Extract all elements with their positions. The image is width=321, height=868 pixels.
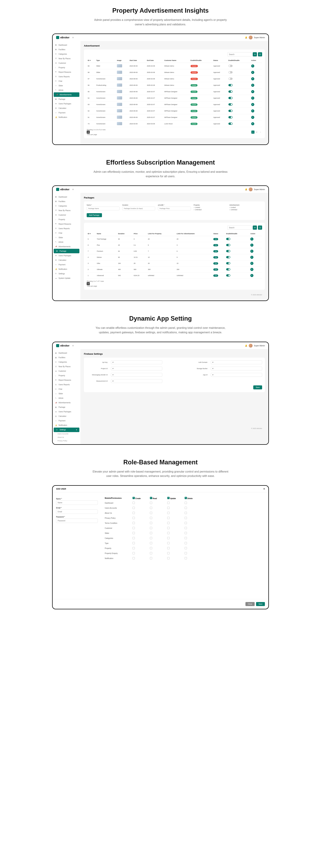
sidebar-item-slider[interactable]: ▭Slider: [53, 235, 81, 240]
toggle[interactable]: [228, 110, 233, 112]
toggle[interactable]: [228, 84, 233, 86]
columns-button[interactable]: ☰: [258, 52, 262, 56]
delete-checkbox[interactable]: [185, 532, 187, 534]
page-1[interactable]: 1: [251, 130, 255, 134]
sidebar-item-article[interactable]: ✎Article: [53, 88, 81, 92]
toggle[interactable]: [228, 116, 233, 118]
sidebar-sub-aboutus[interactable]: About Us: [53, 436, 81, 439]
email-input[interactable]: [56, 509, 98, 514]
create-all-checkbox[interactable]: [133, 497, 135, 499]
avatar[interactable]: [249, 187, 253, 191]
toggle[interactable]: [226, 274, 230, 277]
toggle[interactable]: [226, 262, 230, 265]
col-ladv[interactable]: Limit For Advertisement: [176, 231, 212, 236]
hamburger-icon[interactable]: ≡: [72, 188, 74, 191]
sidebar-item-calculator[interactable]: ▤Calculator: [53, 414, 81, 418]
col-ed[interactable]: Enable/Disable: [189, 58, 212, 63]
sidebar-item-article[interactable]: ✎Article: [53, 240, 81, 244]
name-input[interactable]: [56, 500, 98, 505]
edit-button[interactable]: ✎: [251, 122, 254, 125]
save-button[interactable]: Save: [256, 602, 265, 606]
delete-checkbox[interactable]: [185, 547, 187, 549]
sidebar-item-notification[interactable]: 🔔Notification: [53, 423, 81, 428]
sidebar-item-package[interactable]: ▣Package: [53, 97, 81, 101]
sidebar-item-reportr[interactable]: ⚑Report Reasons: [53, 70, 81, 74]
avatar[interactable]: [249, 36, 253, 39]
edit-button[interactable]: ✎: [251, 90, 254, 93]
update-checkbox[interactable]: [167, 522, 170, 524]
bell-icon[interactable]: 🔔: [245, 188, 247, 191]
col-status[interactable]: Status: [212, 58, 227, 63]
sidebar-item-customer[interactable]: ☻Customer: [53, 369, 81, 373]
sidebar-item-ads[interactable]: 📣Advertisements: [54, 92, 79, 97]
sidebar-item-property[interactable]: ⌂Property: [53, 65, 81, 70]
bell-icon[interactable]: 🔔: [245, 36, 247, 39]
toggle[interactable]: [228, 78, 233, 80]
sidebar-item-categories[interactable]: ☰Categories: [53, 360, 81, 364]
bell-icon[interactable]: 🔔: [245, 344, 247, 347]
update-checkbox[interactable]: [167, 537, 170, 539]
appid-input[interactable]: [211, 373, 262, 377]
refresh-button[interactable]: ⟳: [253, 225, 257, 230]
edit-button[interactable]: ✎: [250, 238, 254, 241]
read-all-checkbox[interactable]: [150, 497, 152, 499]
toggle[interactable]: [228, 97, 233, 99]
avatar[interactable]: [249, 344, 253, 347]
col-duration[interactable]: Duration: [117, 231, 133, 236]
read-checkbox[interactable]: [150, 512, 152, 514]
adv-unlimited-radio[interactable]: ○ Unlimited: [229, 209, 262, 211]
col-ed[interactable]: Enable/Disable: [225, 231, 250, 236]
delete-checkbox[interactable]: [185, 527, 187, 529]
save-button[interactable]: Save: [253, 385, 262, 390]
sidebar-item-categories[interactable]: ☰Categories: [53, 52, 81, 56]
sidebar-item-slider[interactable]: ▭Slider: [53, 392, 81, 396]
search-input[interactable]: [227, 225, 252, 230]
sidebar-item-settings[interactable]: ⚙Settings▾: [54, 428, 79, 432]
edit-button[interactable]: ✎: [251, 116, 254, 119]
sidebar-item-settings[interactable]: ⚙Settings: [53, 271, 81, 276]
update-checkbox[interactable]: [167, 507, 170, 509]
col-id[interactable]: ID ▾: [87, 231, 96, 236]
read-checkbox[interactable]: [150, 542, 152, 544]
measure-input[interactable]: [111, 379, 162, 383]
sidebar-item-facilities[interactable]: ▣Facilities: [53, 199, 81, 204]
col-ed2[interactable]: Enable/Disable: [227, 58, 250, 63]
sidebar-item-customer[interactable]: ☻Customer: [53, 61, 81, 65]
create-checkbox[interactable]: [133, 532, 135, 534]
edit-button[interactable]: ✎: [250, 274, 254, 277]
toggle[interactable]: [226, 238, 230, 240]
sidebar-sub-privacy[interactable]: Privacy Policy: [53, 439, 81, 442]
toggle[interactable]: [226, 250, 230, 252]
sidebar-item-ureports[interactable]: 🗎Users Reports: [53, 226, 81, 231]
toggle[interactable]: [228, 123, 233, 125]
perpage-select[interactable]: 10: [87, 282, 90, 285]
refresh-button[interactable]: ⟳: [253, 52, 257, 56]
sidebar-item-reportr[interactable]: ⚑Report Reasons: [53, 222, 81, 226]
create-checkbox[interactable]: [133, 502, 135, 504]
toggle[interactable]: [226, 256, 230, 258]
toggle[interactable]: [228, 65, 233, 67]
project-input[interactable]: [111, 367, 162, 370]
sidebar-item-package[interactable]: ▣Package: [54, 249, 79, 253]
create-checkbox[interactable]: [133, 522, 135, 524]
read-checkbox[interactable]: [150, 552, 152, 554]
hamburger-icon[interactable]: ≡: [72, 344, 74, 347]
update-checkbox[interactable]: [167, 557, 170, 559]
sidebar-item-notification[interactable]: 🔔Notification: [53, 267, 81, 271]
duration-input[interactable]: [122, 207, 155, 210]
delete-checkbox[interactable]: [185, 522, 187, 524]
sidebar-item-near[interactable]: ⦿Near By Places: [53, 364, 81, 369]
sidebar-sub-usersacc[interactable]: Users Accounts: [53, 432, 81, 436]
read-checkbox[interactable]: [150, 507, 152, 509]
read-checkbox[interactable]: [150, 537, 152, 539]
name-input[interactable]: [87, 207, 119, 210]
sidebar-item-chat[interactable]: ✉Chat: [53, 387, 81, 392]
delete-checkbox[interactable]: [185, 512, 187, 514]
sidebar-item-ads[interactable]: 📣Advertisements: [53, 401, 81, 405]
sidebar-item-upackages[interactable]: ☻Users Packages: [53, 409, 81, 414]
col-lprop[interactable]: Limit For Property: [147, 231, 176, 236]
edit-button[interactable]: ✎: [251, 77, 254, 81]
create-checkbox[interactable]: [133, 557, 135, 559]
sidebar-item-notification[interactable]: 🔔Notification: [53, 115, 81, 119]
close-icon[interactable]: ✕: [263, 488, 265, 490]
